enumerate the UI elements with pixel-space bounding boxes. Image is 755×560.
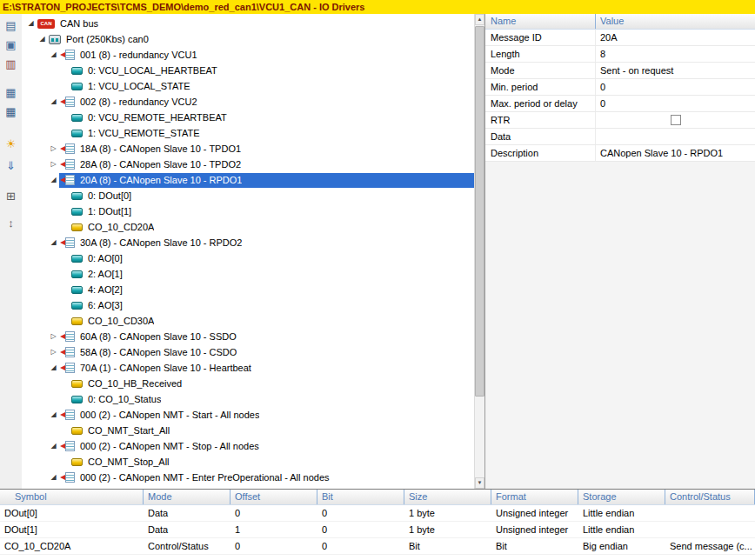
io-tree-view-icon[interactable]: ▤ xyxy=(3,17,20,34)
sort-icon[interactable]: ↕ xyxy=(3,215,20,231)
tree-item-label: 000 (2) - CANopen NMT - Stop - All nodes xyxy=(79,441,259,451)
tree-item[interactable]: CO_NMT_Start_All xyxy=(22,423,474,438)
tree-item[interactable]: 1: VCU_REMOTE_STATE xyxy=(22,125,474,141)
symbol-table: SymbolModeOffsetBitSizeFormatStorageCont… xyxy=(0,489,755,560)
tree-item[interactable]: ◢002 (8) - redundancy VCU2 xyxy=(22,94,474,110)
tree-item[interactable]: CO_10_CD30A xyxy=(22,313,474,329)
expanded-toggle-icon[interactable]: ◢ xyxy=(48,407,59,423)
tree-item[interactable]: CO_10_HB_Received xyxy=(22,376,474,391)
tree-item[interactable]: ◢CANCAN bus xyxy=(22,16,474,31)
tree-item[interactable]: 6: AO[3] xyxy=(22,297,474,313)
tree-item-body: 000 (2) - CANopen NMT - Start - All node… xyxy=(59,408,474,423)
tree-item[interactable]: ◢001 (8) - redundancy VCU1 xyxy=(22,47,474,63)
expanded-toggle-icon[interactable]: ◢ xyxy=(48,172,59,188)
expanded-toggle-icon[interactable]: ◢ xyxy=(48,235,59,250)
tree-item[interactable]: 1: VCU_LOCAL_STATE xyxy=(22,78,474,94)
property-row[interactable]: Min. period0 xyxy=(485,79,755,96)
column-header-size[interactable]: Size xyxy=(404,490,491,504)
tree-item-label: 2: AO[1] xyxy=(87,269,123,279)
tree-item-body: CO_10_CD30A xyxy=(70,314,474,329)
column-header-symbol[interactable]: Symbol xyxy=(0,490,144,504)
name-column-header[interactable]: Name xyxy=(485,14,596,29)
tree-item[interactable]: ◢000 (2) - CANopen NMT - Start - All nod… xyxy=(22,407,474,423)
tree-item[interactable]: 0: AO[0] xyxy=(22,250,474,266)
expanded-toggle-icon[interactable]: ◢ xyxy=(37,31,48,47)
tree-item[interactable]: ◢000 (2) - CANopen NMT - Enter PreOperat… xyxy=(22,470,474,485)
network-view-icon[interactable]: ▣ xyxy=(3,37,20,53)
window-title: E:\STRATON_PROJECTS\TCMS_DEMO\demo_red_c… xyxy=(3,2,364,12)
tree-scrollbar[interactable]: ▲ ▼ xyxy=(474,14,484,489)
symbol-row[interactable]: DOut[0]Data001 byteUnsigned integerLittl… xyxy=(0,505,755,522)
tree-item[interactable]: ▷28A (8) - CANopen Slave 10 - TPDO2 xyxy=(22,157,474,172)
column-header-control-status[interactable]: Control/Status xyxy=(665,490,755,504)
tree-item[interactable]: 0: DOut[0] xyxy=(22,188,474,203)
tree-item-body: 0: AO[0] xyxy=(70,251,474,266)
tree-item[interactable]: ▷60A (8) - CANopen Slave 10 - SSDO xyxy=(22,329,474,344)
collapsed-toggle-icon[interactable]: ▷ xyxy=(48,329,59,344)
tree-item[interactable]: 2: AO[1] xyxy=(22,266,474,282)
expanded-toggle-icon[interactable]: ◢ xyxy=(25,16,37,31)
collapsed-toggle-icon[interactable]: ▷ xyxy=(48,141,59,157)
tree-item-label: 000 (2) - CANopen NMT - Enter PreOperati… xyxy=(79,472,330,483)
symbol-row[interactable]: DOut[1]Data101 byteUnsigned integerLittl… xyxy=(0,522,755,538)
tree-item[interactable]: CO_NMT_Stop_All xyxy=(22,454,474,470)
tree-item[interactable]: CO_10_CD20A xyxy=(22,219,474,235)
table-view-icon[interactable]: ▦ xyxy=(3,103,20,120)
tree-item[interactable]: 0: VCU_LOCAL_HEARTBEAT xyxy=(22,63,474,78)
export-icon[interactable]: ⇓ xyxy=(3,157,20,174)
list-view-icon[interactable]: ▥ xyxy=(3,56,20,72)
column-header-offset[interactable]: Offset xyxy=(231,490,317,504)
scrollbar-track[interactable] xyxy=(475,25,484,477)
tree-item[interactable]: 0: CO_10_Status xyxy=(22,391,474,407)
scrollbar-thumb[interactable] xyxy=(475,26,484,397)
grid-view-icon[interactable]: ▦ xyxy=(3,84,20,101)
property-row[interactable]: Message ID20A xyxy=(485,30,755,46)
tree-item[interactable]: ▷58A (8) - CANopen Slave 10 - CSDO xyxy=(22,344,474,360)
tree-item-body: 1: DOut[1] xyxy=(70,204,474,219)
tree-item-label: 0: DOut[0] xyxy=(87,190,131,201)
tree-item-label: 0: VCU_LOCAL_HEARTBEAT xyxy=(87,65,217,76)
column-header-bit[interactable]: Bit xyxy=(317,490,404,504)
property-row[interactable]: Data xyxy=(485,129,755,145)
column-header-mode[interactable]: Mode xyxy=(144,490,231,504)
wizard-icon[interactable]: ☀ xyxy=(3,136,20,152)
cell-symbol: DOut[0] xyxy=(0,505,144,521)
expanded-toggle-icon[interactable]: ◢ xyxy=(48,470,59,485)
expanded-toggle-icon[interactable]: ◢ xyxy=(48,360,59,376)
property-row[interactable]: Length8 xyxy=(485,46,755,63)
tree-item[interactable]: ◢000 (2) - CANopen NMT - Stop - All node… xyxy=(22,438,474,454)
tree-item-body: 6: AO[3] xyxy=(70,298,474,313)
expanded-toggle-icon[interactable]: ◢ xyxy=(48,47,59,63)
property-row[interactable]: RTR xyxy=(485,112,755,129)
tree-item[interactable]: 4: AO[2] xyxy=(22,282,474,297)
tree-item-body: CO_NMT_Stop_All xyxy=(70,455,474,470)
expanded-toggle-icon[interactable]: ◢ xyxy=(48,438,59,454)
tree-item[interactable]: ◢70A (1) - CANopen Slave 10 - Heartbeat xyxy=(22,360,474,376)
column-header-format[interactable]: Format xyxy=(491,490,578,504)
tree-item-body: 2: AO[1] xyxy=(70,267,474,282)
collapsed-toggle-icon[interactable]: ▷ xyxy=(48,157,59,172)
property-row[interactable]: Max. period or delay0 xyxy=(485,96,755,112)
collapsed-toggle-icon[interactable]: ▷ xyxy=(48,344,59,360)
cell-bit: 0 xyxy=(317,505,404,521)
scroll-up-button[interactable]: ▲ xyxy=(475,14,484,25)
property-row[interactable]: ModeSent - on request xyxy=(485,63,755,79)
tree-item[interactable]: 0: VCU_REMOTE_HEARTBEAT xyxy=(22,110,474,125)
scroll-down-button[interactable]: ▼ xyxy=(475,477,484,489)
tree-item[interactable]: ▷18A (8) - CANopen Slave 10 - TPDO1 xyxy=(22,141,474,157)
symbol-row[interactable]: CO_10_CD20AControl/Status00BitBitBig end… xyxy=(0,538,755,555)
variable-icon xyxy=(71,302,83,310)
add-node-icon[interactable]: ⊞ xyxy=(3,188,20,204)
variable-icon xyxy=(71,130,83,137)
tree-item[interactable]: 1: DOut[1] xyxy=(22,203,474,219)
message-icon xyxy=(60,175,75,185)
tree-item[interactable]: ◢Port (250Kbs) can0 xyxy=(22,31,474,47)
property-row[interactable]: DescriptionCANopen Slave 10 - RPDO1 xyxy=(485,145,755,162)
tree-item[interactable]: ◢20A (8) - CANopen Slave 10 - RPDO1 xyxy=(22,172,474,188)
column-header-storage[interactable]: Storage xyxy=(578,490,665,504)
tree-item-label: CO_10_CD30A xyxy=(87,316,154,326)
expanded-toggle-icon[interactable]: ◢ xyxy=(48,94,59,110)
rtr-checkbox[interactable] xyxy=(671,115,681,125)
value-column-header[interactable]: Value xyxy=(596,14,755,29)
tree-item[interactable]: ◢30A (8) - CANopen Slave 10 - RPDO2 xyxy=(22,235,474,250)
